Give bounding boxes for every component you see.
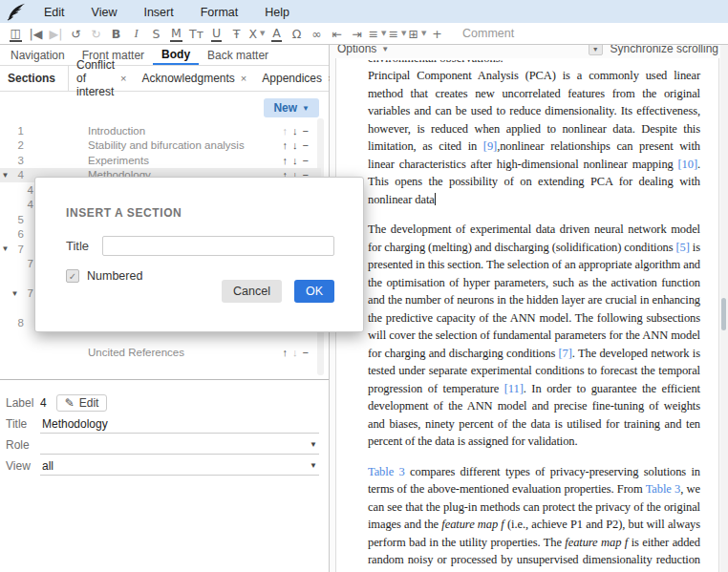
clear-format-icon[interactable]: X▼ <box>246 25 267 43</box>
citation-link[interactable]: [7] <box>559 347 572 360</box>
menu-view[interactable]: View <box>78 6 131 19</box>
citation-link[interactable]: [10] <box>678 158 697 171</box>
expand-caret-icon[interactable]: ▼ <box>0 244 11 253</box>
bullet-list-icon[interactable]: ≡▼ <box>367 25 387 43</box>
app-logo-icon[interactable] <box>4 1 31 22</box>
tab-appendices[interactable]: Appendices× <box>254 66 341 91</box>
bold-icon[interactable]: B <box>106 25 126 43</box>
remove-button[interactable]: − <box>303 139 309 151</box>
text-segment: is presented in this section. The select… <box>368 241 700 360</box>
section-number: 5 <box>11 214 24 225</box>
indent-icon[interactable]: ⇥ <box>347 25 367 43</box>
move-anchor-icon[interactable]: + <box>427 25 447 43</box>
numbered-checkbox[interactable]: ✓ <box>66 269 79 283</box>
chevron-down-icon: ▼ <box>310 461 319 470</box>
section-title: Uncited References <box>88 347 184 358</box>
move-down-button[interactable]: ↓ <box>292 125 298 137</box>
section-number: 7 <box>20 258 33 269</box>
row-controls: ↑↓− <box>283 125 309 137</box>
italic-icon[interactable]: I <box>126 25 146 43</box>
document-paragraph: The development of experimental data dri… <box>368 221 700 451</box>
move-down-button[interactable]: ↓ <box>292 139 298 151</box>
move-down-button[interactable]: ↓ <box>292 155 298 166</box>
remove-button[interactable]: − <box>303 347 309 358</box>
chevron-down-icon: ▼ <box>421 25 426 43</box>
dialog-title-field-label: Title <box>66 239 95 253</box>
numbered-checkbox-label: Numbered <box>87 269 142 283</box>
text-color-icon[interactable]: A <box>267 25 287 43</box>
numbered-list-icon[interactable]: ≡▼ <box>387 25 407 43</box>
close-icon[interactable]: × <box>120 73 126 84</box>
section-row[interactable]: 3Experiments↑↓− <box>0 153 321 168</box>
role-select[interactable]: ▼ <box>40 436 319 455</box>
citation-link[interactable]: [5] <box>676 241 690 254</box>
chevron-down-icon: ▼ <box>381 45 389 53</box>
close-icon[interactable]: × <box>241 73 246 84</box>
sans-style-icon[interactable]: S <box>146 25 166 43</box>
document-page[interactable]: environmental observations. Principal Co… <box>335 58 719 572</box>
role-field-label: Role <box>6 438 40 452</box>
app-window: EditViewInsertFormatHelp ◫|◀▶|↺↻BISMTᴛUŦ… <box>0 0 728 572</box>
strikethrough-icon[interactable]: Ŧ <box>226 25 246 43</box>
tab-back-matter[interactable]: Back matter <box>199 45 277 65</box>
monospace-icon[interactable]: M <box>166 25 186 43</box>
table-icon[interactable]: ⊞▼ <box>407 25 427 43</box>
tab-body[interactable]: Body <box>153 45 199 65</box>
text-segment: The development of experimental data dri… <box>368 222 700 254</box>
title-field[interactable]: Methodology <box>40 415 319 434</box>
section-title-input[interactable] <box>102 236 334 256</box>
move-up-button[interactable]: ↑ <box>283 125 289 137</box>
menu-edit[interactable]: Edit <box>31 6 78 19</box>
editor-layout-icon[interactable]: ◫ <box>6 25 26 43</box>
move-up-button[interactable]: ↑ <box>283 139 289 151</box>
edit-label-button[interactable]: ✎ Edit <box>56 394 108 412</box>
text-segment: feature map f <box>441 518 503 531</box>
special-character-icon[interactable]: Ω <box>287 25 307 43</box>
section-row[interactable]: Uncited References↑↓− <box>0 346 321 361</box>
move-down-button[interactable]: ↓ <box>292 347 298 358</box>
text-segment: feature map f <box>565 536 628 549</box>
ok-button[interactable]: OK <box>294 280 334 303</box>
section-number: 4 <box>20 184 33 196</box>
citation-link[interactable]: Table 3 <box>368 465 405 478</box>
document-scrollbar-thumb[interactable] <box>721 298 726 330</box>
outdent-icon[interactable]: ⇤ <box>327 25 347 43</box>
tab-navigation[interactable]: Navigation <box>2 45 74 65</box>
tab-conflict-of-interest[interactable]: Conflict of interest× <box>69 66 134 91</box>
citation-link[interactable]: Table 3 <box>646 482 681 496</box>
section-title: Introduction <box>88 125 145 137</box>
citation-link[interactable]: [9] <box>483 139 497 153</box>
tab-acknowledgments[interactable]: Acknowledgments× <box>134 66 254 91</box>
view-select[interactable]: all ▼ <box>40 457 319 476</box>
section-row[interactable] <box>0 330 321 346</box>
row-controls: ↑↓− <box>283 139 309 151</box>
section-row[interactable]: 2Stability and bifurcation analysis↑↓− <box>0 138 321 154</box>
menu-help[interactable]: Help <box>251 6 303 19</box>
cancel-button[interactable]: Cancel <box>222 280 282 303</box>
citation-link[interactable]: [11] <box>504 382 524 395</box>
tab-sections[interactable]: Sections <box>0 66 69 91</box>
comment-label[interactable]: Comment <box>462 27 514 40</box>
small-caps-icon[interactable]: Tᴛ <box>186 25 206 43</box>
sync-dropdown-button[interactable]: ▼ <box>589 45 603 55</box>
underline-icon[interactable]: U <box>206 25 226 43</box>
document-scrollbar[interactable] <box>720 45 728 572</box>
remove-button[interactable]: − <box>303 125 309 137</box>
toolbar: ◫|◀▶|↺↻BISMTᴛUŦX▼AΩ∞⇤⇥≡▼≡▼⊞▼+ Comment <box>0 23 728 45</box>
go-previous-icon[interactable]: |◀ <box>26 25 46 43</box>
redo-icon[interactable]: ↻ <box>86 25 106 43</box>
undo-icon[interactable]: ↺ <box>66 25 86 43</box>
menu-format[interactable]: Format <box>187 6 252 19</box>
go-next-icon[interactable]: ▶| <box>46 25 66 43</box>
menu-insert[interactable]: Insert <box>130 6 186 19</box>
section-row[interactable]: 1Introduction↑↓− <box>0 123 321 138</box>
move-up-button[interactable]: ↑ <box>283 347 289 358</box>
link-icon[interactable]: ∞ <box>307 25 327 43</box>
expand-caret-icon[interactable]: ▼ <box>10 289 20 298</box>
expand-caret-icon[interactable]: ▼ <box>0 171 11 180</box>
new-section-button[interactable]: New ▼ <box>264 98 319 117</box>
move-up-button[interactable]: ↑ <box>283 155 289 166</box>
view-row: View all ▼ <box>6 456 319 476</box>
remove-button[interactable]: − <box>303 155 309 166</box>
options-dropdown[interactable]: Options ▼ <box>337 45 389 55</box>
